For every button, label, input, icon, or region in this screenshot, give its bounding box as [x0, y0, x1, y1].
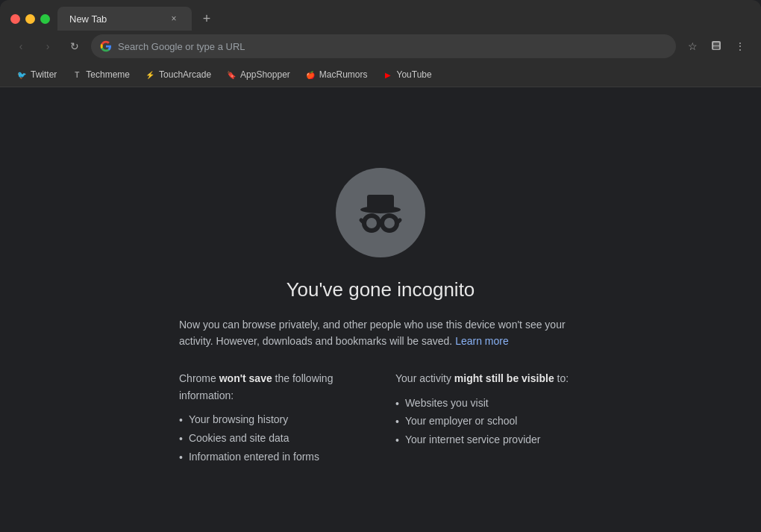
google-icon [100, 40, 112, 52]
bookmarks-bar: 🐦 Twitter T Techmeme ⚡ TouchArcade 🔖 App… [0, 64, 761, 87]
address-bar[interactable]: Search Google or type a URL [91, 34, 676, 58]
toucharcade-icon: ⚡ [145, 69, 155, 80]
forward-button[interactable]: › [37, 36, 58, 57]
title-bar: New Tab × + [0, 0, 761, 30]
list-item: Websites you visit [395, 395, 582, 413]
list-item: Your browsing history [179, 411, 366, 430]
bookmark-youtube[interactable]: ▶ YouTube [377, 67, 438, 82]
active-tab[interactable]: New Tab × [57, 7, 192, 31]
list-item: Your internet service provider [395, 431, 582, 450]
menu-button[interactable]: ⋮ [730, 36, 751, 57]
twitter-icon: 🐦 [16, 69, 27, 80]
window-chrome: New Tab × + ‹ › ↻ Search Google or type … [0, 0, 761, 87]
still-visible-title: Your activity might still be visible to: [395, 370, 582, 387]
list-item: Your employer or school [395, 413, 582, 431]
back-button[interactable]: ‹ [10, 36, 31, 57]
bookmark-macrumors-label: MacRumors [319, 69, 368, 80]
wont-save-column: Chrome won't save the following informat… [179, 370, 366, 466]
refresh-button[interactable]: ↻ [64, 36, 85, 57]
svg-rect-1 [713, 43, 719, 46]
still-visible-column: Your activity might still be visible to:… [395, 370, 582, 466]
incognito-description: Now you can browse privately, and other … [179, 316, 582, 350]
learn-more-link[interactable]: Learn more [455, 335, 509, 347]
svg-line-8 [361, 220, 364, 223]
address-actions: ☆ ⋮ [682, 36, 751, 57]
main-content: placeholder You've gone incognito Now yo… [0, 87, 761, 532]
refresh-icon: ↻ [70, 40, 79, 52]
svg-point-5 [364, 216, 379, 231]
bookmark-toucharcade-label: TouchArcade [159, 69, 211, 80]
bookmark-twitter[interactable]: 🐦 Twitter [10, 67, 63, 82]
traffic-lights [10, 14, 50, 24]
forward-icon: › [46, 40, 50, 52]
still-visible-list: Websites you visit Your employer or scho… [395, 395, 582, 450]
appshopper-icon: 🔖 [226, 69, 237, 80]
incognito-svg [351, 183, 410, 242]
back-icon: ‹ [19, 40, 23, 52]
menu-icon: ⋮ [735, 40, 745, 52]
incognito-title: You've gone incognito [286, 278, 475, 301]
bookmark-toucharcade[interactable]: ⚡ TouchArcade [139, 67, 217, 82]
bookmark-appshopper[interactable]: 🔖 AppShopper [220, 67, 296, 82]
bookmark-star-button[interactable]: ☆ [682, 36, 703, 57]
svg-line-9 [397, 220, 400, 223]
bookmark-twitter-label: Twitter [31, 69, 57, 80]
youtube-icon: ▶ [383, 69, 393, 80]
svg-rect-2 [713, 46, 719, 49]
tab-close-button[interactable]: × [168, 13, 180, 25]
bookmark-macrumors[interactable]: 🍎 MacRumors [299, 67, 374, 82]
svg-rect-4 [367, 195, 394, 211]
macrumors-icon: 🍎 [305, 69, 316, 80]
address-bar-row: ‹ › ↻ Search Google or type a URL ☆ [0, 30, 761, 64]
star-icon: ☆ [688, 40, 698, 52]
bookmark-techmeme-label: Techmeme [86, 69, 130, 80]
list-item: Information entered in forms [179, 448, 366, 467]
wont-save-title: Chrome won't save the following informat… [179, 370, 366, 404]
tab-title: New Tab [69, 13, 162, 25]
list-item: Cookies and site data [179, 430, 366, 448]
minimize-button[interactable] [25, 14, 35, 24]
bookmark-techmeme[interactable]: T Techmeme [66, 67, 136, 82]
maximize-button[interactable] [40, 14, 50, 24]
tab-bar: New Tab × + [57, 7, 751, 31]
close-button[interactable] [10, 14, 20, 24]
svg-point-6 [382, 216, 397, 231]
wont-save-list: Your browsing history Cookies and site d… [179, 411, 366, 466]
new-tab-button[interactable]: + [196, 8, 217, 29]
bookmark-youtube-label: YouTube [397, 69, 432, 80]
profile-button[interactable] [706, 36, 727, 57]
bookmark-appshopper-label: AppShopper [240, 69, 290, 80]
info-columns: Chrome won't save the following informat… [179, 370, 582, 466]
address-text: Search Google or type a URL [118, 41, 667, 52]
techmeme-icon: T [72, 69, 82, 80]
incognito-icon-circle [336, 168, 425, 257]
profile-icon [710, 40, 722, 54]
